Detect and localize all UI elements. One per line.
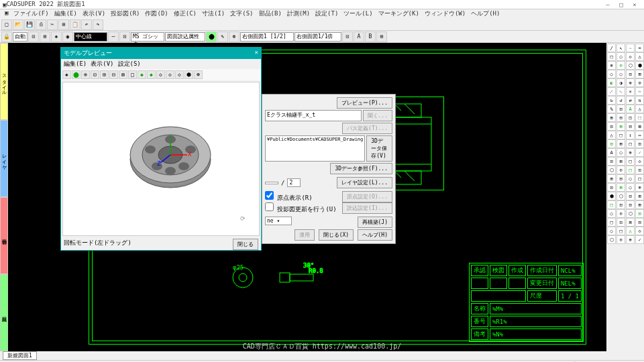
toolbox-icon[interactable]: ◑ [616, 78, 625, 87]
toolbox-icon[interactable]: ⊟ [626, 122, 635, 131]
toolbox-icon[interactable]: ⊙ [616, 235, 625, 244]
toolbox-icon[interactable]: ⊗ [626, 78, 635, 87]
tool-icon[interactable]: ⊡ [119, 32, 130, 42]
dlg-menu-setting[interactable]: 設定(S) [118, 60, 141, 68]
dlg-tool-icon[interactable]: □ [128, 70, 137, 79]
undo-icon[interactable]: ↶ [81, 19, 92, 30]
print-icon[interactable]: ⎙ [36, 19, 46, 30]
paste-icon[interactable]: 📋 [70, 19, 80, 30]
toolbox-icon[interactable]: ⊟ [635, 218, 644, 227]
toolbox-icon[interactable]: ✓ [635, 235, 644, 244]
toolbox-icon[interactable]: ○ [607, 209, 616, 218]
toolbox-icon[interactable]: ◇ [626, 52, 635, 61]
tool-icon[interactable]: B [365, 32, 376, 42]
toolbox-icon[interactable]: ⊟ [616, 113, 625, 122]
menu-text[interactable]: 文字(S) [228, 9, 255, 19]
toolbox-icon[interactable]: ✂ [635, 87, 644, 96]
close-button[interactable]: 閉じる(X) [319, 229, 354, 241]
toolbox-icon[interactable]: ⬡ [626, 61, 635, 70]
tab-layer[interactable]: レイヤ [0, 120, 8, 197]
toolbox-icon[interactable]: A [607, 148, 616, 157]
cut-icon[interactable]: ✂ [47, 19, 58, 30]
lock-icon[interactable]: 🔒 [1, 32, 12, 42]
toolbox-icon[interactable]: ↖ [616, 44, 625, 52]
menu-setting[interactable]: 設定(T) [313, 9, 340, 19]
toolbox-icon[interactable]: ⬢ [607, 192, 616, 200]
attr-select[interactable]: 図面読込属性 [165, 32, 205, 42]
toolbox-icon[interactable]: ⊡ [626, 192, 635, 200]
toolbox-icon[interactable]: ⊕ [607, 61, 616, 70]
path2-field[interactable]: ¥Public¥Documents¥CADSUPER_Drawing [265, 135, 365, 162]
menu-window[interactable]: ウィンドウ(W) [423, 9, 468, 19]
dlg-tool-icon[interactable]: ⊕ [81, 70, 90, 79]
save3d-button[interactable]: 3Dデータ保存(V) [366, 135, 392, 162]
dlg-tool-icon[interactable]: ⊞ [100, 70, 109, 79]
toolbox-icon[interactable]: ⇅ [635, 96, 644, 105]
toolbox-icon[interactable]: △ [635, 105, 644, 113]
toolbox-icon[interactable]: ⊡ [635, 209, 644, 218]
view-combo1[interactable]: 右側面図1 [1/2] [240, 32, 294, 42]
toolbox-icon[interactable]: ⊙ [616, 61, 625, 70]
toolbox-icon[interactable]: ⊞ [626, 218, 635, 227]
toolbox-icon[interactable]: ⊡ [626, 70, 635, 78]
copy-icon[interactable]: ⊞ [58, 19, 69, 30]
tab-style[interactable]: スタイル [0, 43, 8, 120]
toolbox-icon[interactable]: ⊡ [607, 183, 616, 192]
menu-measure[interactable]: 計測(M) [285, 9, 312, 19]
toolbox-icon[interactable]: □ [635, 174, 644, 183]
rebuild-button[interactable]: 再構築(J) [358, 217, 392, 228]
tool-icon[interactable]: A [354, 32, 364, 42]
toolbox-icon[interactable]: ○ [626, 183, 635, 192]
toolbox-icon[interactable]: ⊕ [626, 235, 635, 244]
toolbox-icon[interactable]: ↻ [607, 96, 616, 105]
toolbox-icon[interactable]: ↔ [635, 131, 644, 139]
toolbox-icon[interactable]: ⬡ [626, 209, 635, 218]
toolbox-icon[interactable]: ⊕ [635, 183, 644, 192]
pathdef-button[interactable]: パス定義(T)... [342, 123, 392, 134]
new-icon[interactable]: □ [1, 19, 12, 30]
toolbox-icon[interactable]: □ [626, 157, 635, 166]
toolbox-icon[interactable]: △ [607, 131, 616, 139]
toolbox-icon[interactable]: ⬡ [616, 192, 625, 200]
tab-switch[interactable]: 切替図 [0, 197, 8, 274]
toolbox-icon[interactable]: ⬡ [607, 235, 616, 244]
menu-draw[interactable]: 作図(D) [143, 9, 170, 19]
preview-button[interactable]: プレビュー(P)... [337, 97, 392, 109]
origin-button[interactable]: 原点設定(O)... [342, 191, 392, 202]
toolbox-icon[interactable]: ⊞ [607, 174, 616, 183]
toolbox-icon[interactable]: ⬡ [607, 166, 616, 174]
save-icon[interactable]: 💾 [24, 19, 35, 30]
tool-icon[interactable]: — [108, 32, 119, 42]
tool-icon[interactable]: ◉ [62, 32, 73, 42]
dlg-tool-icon[interactable]: ◇ [166, 70, 174, 79]
toolbox-icon[interactable]: ⊙ [616, 166, 625, 174]
dlg-tool-icon[interactable]: ◈ [62, 70, 71, 79]
toolbox-icon[interactable]: ⊞ [635, 70, 644, 78]
toolbox-icon[interactable]: ⟋ [607, 87, 616, 96]
dlg-tool-icon[interactable]: ⬢ [184, 70, 193, 79]
menu-file[interactable]: ファイル(F) [11, 9, 50, 19]
toolbox-icon[interactable]: ○ [626, 174, 635, 183]
dlg-menu-edit[interactable]: 編集(E) [64, 60, 87, 68]
toolbox-icon[interactable]: ○ [616, 70, 625, 78]
dlg-tool-icon[interactable]: ◆ [138, 70, 146, 79]
toolbox-icon[interactable]: □ [616, 227, 625, 235]
menu-dim[interactable]: 寸法(I) [200, 9, 227, 19]
drawing-tab[interactable]: 新規図面1 [3, 351, 37, 360]
toolbox-icon[interactable]: △ [635, 52, 644, 61]
toolbox-icon[interactable]: ⊞ [635, 200, 644, 209]
menu-part[interactable]: 部品(B) [257, 9, 284, 19]
toolbox-icon[interactable]: □ [607, 52, 616, 61]
menu-mark[interactable]: マーキング(K) [376, 9, 421, 19]
dialog-titlebar[interactable]: モデルプレビュー × [61, 48, 261, 59]
layer-button[interactable]: レイヤ設定(L)... [337, 177, 392, 188]
dlg-menu-view[interactable]: 表示(V) [91, 60, 113, 68]
toolbox-icon[interactable]: ○ [616, 52, 625, 61]
toolbox-icon[interactable]: % [607, 105, 616, 113]
toolbox-icon[interactable]: ⊞ [616, 139, 625, 148]
num2-field[interactable]: 2 [287, 178, 301, 187]
apply-button[interactable]: 適用 [294, 229, 315, 241]
toolbox-icon[interactable]: ○ [607, 70, 616, 78]
update-checkbox[interactable] [265, 202, 274, 211]
toolbox-icon[interactable]: △ [626, 227, 635, 235]
